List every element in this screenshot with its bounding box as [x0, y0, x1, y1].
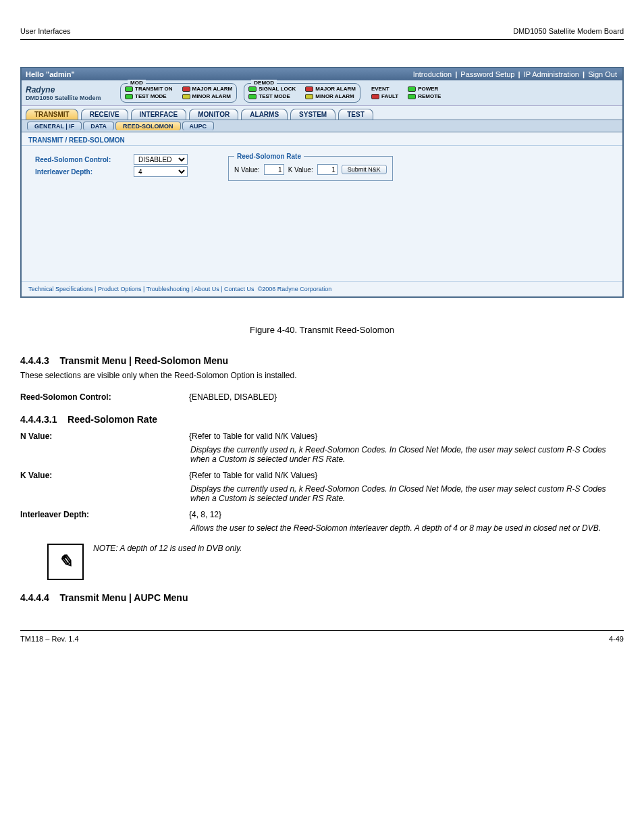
section-4-4-4-3-para: These selections are visible only when t…	[20, 370, 624, 382]
n-value-input[interactable]	[264, 164, 284, 175]
link-introduction[interactable]: Introduction	[413, 70, 452, 78]
top-nav-links: Introduction | Password Setup | IP Admin…	[412, 70, 618, 78]
section-4-4-4-4: 4.4.4.4 Transmit Menu | AUPC Menu	[20, 592, 624, 603]
link-troubleshooting[interactable]: Troubleshooting	[146, 286, 190, 292]
submit-nk-button[interactable]: Submit N&K	[342, 165, 387, 174]
subtab-reed-solomon[interactable]: REED-SOLOMON	[115, 122, 181, 130]
mod-major-alarm-led	[182, 86, 190, 92]
link-about-us[interactable]: About Us	[194, 286, 219, 292]
sys-status-group: EVENT FAULT POWER REMOTE	[367, 84, 445, 102]
rs-control-label: Reed-Solomon Control:	[35, 156, 130, 163]
demod-major-alarm-led	[305, 86, 313, 92]
def-interleaver: Interleaver Depth: {4, 8, 12} Allows the…	[20, 510, 624, 533]
logo-block: Radyne DMD1050 Satellite Modem	[26, 85, 113, 101]
header-left: User Interfaces	[20, 27, 71, 35]
link-sign-out[interactable]: Sign Out	[588, 70, 617, 78]
signal-lock-led	[248, 86, 257, 92]
tab-receive[interactable]: RECEIVE	[81, 109, 128, 120]
tab-system[interactable]: SYSTEM	[290, 109, 336, 120]
subtab-data[interactable]: DATA	[83, 122, 114, 130]
footer-right: 4-49	[609, 635, 624, 643]
interleaver-select[interactable]: 4	[134, 166, 188, 177]
figure-caption: Figure 4-40. Transmit Reed-Solomon	[20, 325, 624, 335]
remote-led	[408, 94, 416, 99]
k-value-input[interactable]	[317, 164, 338, 175]
app-window: Hello "admin" Introduction | Password Se…	[20, 67, 624, 298]
mod-test-mode-led	[125, 94, 133, 99]
greeting-text: Hello "admin"	[26, 70, 75, 78]
k-value-label: K Value:	[288, 166, 313, 174]
note-text: NOTE: A depth of 12 is used in DVB only.	[93, 544, 242, 553]
doc-header: User Interfaces DMD1050 Satellite Modem …	[20, 27, 624, 40]
content-title: TRANSMIT / REED-SOLOMON	[22, 132, 622, 146]
copyright-text: ©2006 Radyne Corporation	[258, 286, 332, 292]
def-n-value: N Value: {Refer to Table for valid N/K V…	[20, 432, 624, 464]
model-label: DMD1050 Satellite Modem	[26, 95, 113, 101]
content-area: Reed-Solomon Control: DISABLED Interleav…	[22, 146, 622, 281]
tab-alarms[interactable]: ALARMS	[241, 109, 288, 120]
mod-minor-alarm-led	[182, 94, 190, 99]
subtab-general-if[interactable]: GENERAL | IF	[27, 122, 82, 130]
tab-test[interactable]: TEST	[338, 109, 373, 120]
brand-logo: Radyne	[26, 85, 113, 95]
note-icon: ✎	[47, 544, 84, 580]
fault-led	[371, 94, 379, 99]
subtab-aupc[interactable]: AUPC	[182, 122, 215, 130]
demod-title: DEMOD	[251, 80, 277, 86]
section-4-4-4-3: 4.4.4.3 Transmit Menu | Reed-Solomon Men…	[20, 355, 624, 366]
mod-status-group: MOD TRANSMIT ON TEST MODE MAJOR ALARM MI…	[120, 83, 237, 103]
def-rs-control: Reed-Solomon Control: {ENABLED, DISABLED…	[20, 392, 624, 402]
header-right: DMD1050 Satellite Modem Board	[513, 27, 624, 35]
link-password-setup[interactable]: Password Setup	[460, 70, 514, 78]
n-value-label: N Value:	[234, 166, 260, 174]
demod-test-mode-led	[248, 94, 257, 99]
link-ip-administration[interactable]: IP Administration	[524, 70, 579, 78]
status-bar: Radyne DMD1050 Satellite Modem MOD TRANS…	[22, 80, 622, 106]
mod-title: MOD	[128, 80, 146, 86]
main-tabs: TRANSMIT RECEIVE INTERFACE MONITOR ALARM…	[22, 106, 622, 120]
link-product-options[interactable]: Product Options	[98, 286, 142, 292]
sub-tabs: GENERAL | IF DATA REED-SOLOMON AUPC	[22, 120, 622, 132]
rs-rate-fieldset: Reed-Solomon Rate N Value: K Value: Subm…	[228, 153, 393, 181]
power-led	[408, 86, 416, 92]
tab-monitor[interactable]: MONITOR	[189, 109, 238, 120]
demod-minor-alarm-led	[305, 94, 313, 99]
rs-rate-legend: Reed-Solomon Rate	[234, 153, 304, 160]
link-tech-specs[interactable]: Technical Specifications	[28, 286, 93, 292]
rs-control-select[interactable]: DISABLED	[134, 154, 188, 165]
title-bar: Hello "admin" Introduction | Password Se…	[22, 68, 622, 80]
demod-status-group: DEMOD SIGNAL LOCK TEST MODE MAJOR ALARM …	[244, 83, 360, 103]
tab-transmit[interactable]: TRANSMIT	[26, 109, 78, 120]
section-4-4-4-3-1: 4.4.4.3.1 Reed-Solomon Rate	[20, 414, 624, 425]
footer-left: TM118 – Rev. 1.4	[20, 635, 79, 643]
note-block: ✎ NOTE: A depth of 12 is used in DVB onl…	[47, 544, 597, 580]
interleaver-label: Interleaver Depth:	[35, 168, 130, 176]
link-contact-us[interactable]: Contact Us	[224, 286, 254, 292]
tab-interface[interactable]: INTERFACE	[131, 109, 187, 120]
doc-footer: TM118 – Rev. 1.4 4-49	[20, 630, 624, 643]
app-footer-links: Technical Specifications | Product Optio…	[22, 281, 622, 296]
transmit-on-led	[125, 86, 133, 92]
def-k-value: K Value: {Refer to Table for valid N/K V…	[20, 471, 624, 503]
